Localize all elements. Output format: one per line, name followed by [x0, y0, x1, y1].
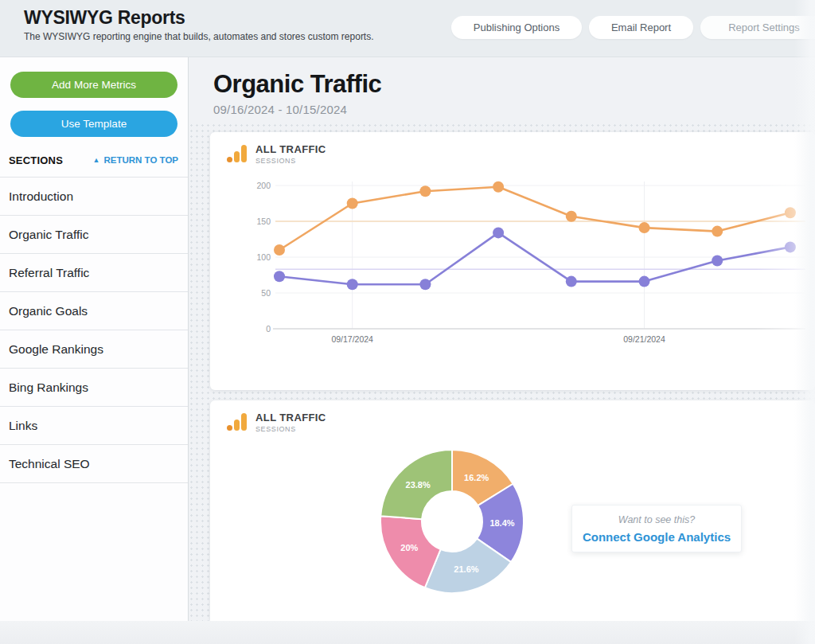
data-point[interactable]	[639, 222, 650, 233]
top-header: WYSIWYG Reports The WYSIWYG reporting en…	[0, 0, 815, 57]
data-point[interactable]	[493, 181, 504, 193]
data-point[interactable]	[566, 211, 577, 222]
sections-list: IntroductionOrganic TrafficReferral Traf…	[0, 177, 188, 483]
y-tick-label: 50	[261, 288, 271, 298]
sidebar-item-introduction[interactable]: Introduction	[0, 178, 188, 216]
x-tick-label: 09/21/2024	[623, 334, 665, 344]
analytics-bars-icon	[226, 412, 248, 433]
card2-header: ALL TRAFFIC SESSIONS	[226, 412, 326, 433]
sidebar-item-organic-traffic[interactable]: Organic Traffic	[0, 216, 188, 254]
use-template-button[interactable]: Use Template	[10, 111, 177, 137]
donut-chart-card: ALL TRAFFIC SESSIONS 16.2%18.4%21.6%20%2…	[210, 400, 815, 621]
email-report-button[interactable]: Email Report	[589, 16, 693, 39]
data-point[interactable]	[639, 276, 650, 287]
data-point[interactable]	[347, 279, 358, 290]
donut-slice-label: 16.2%	[464, 473, 489, 482]
connect-prompt: Want to see this?	[572, 514, 741, 525]
sidebar-item-technical-seo[interactable]: Technical SEO	[0, 445, 188, 483]
card1-subtitle: SESSIONS	[255, 157, 326, 165]
sessions-line-chart: 05010015020009/17/202409/21/2024	[210, 132, 815, 390]
analytics-icon-tall-bar	[241, 413, 247, 431]
sidebar-item-organic-goals[interactable]: Organic Goals	[0, 292, 188, 330]
sessions-donut-chart: 16.2%18.4%21.6%20%23.8%	[372, 442, 532, 601]
analytics-icon-dot	[227, 425, 232, 431]
y-tick-label: 0	[266, 324, 271, 334]
donut-slice-label: 18.4%	[489, 518, 514, 528]
card2-title: ALL TRAFFIC	[255, 412, 326, 423]
sidebar-item-referral-traffic[interactable]: Referral Traffic	[0, 254, 188, 292]
data-point[interactable]	[785, 241, 796, 252]
report-title-block: Organic Traffic 09/16/2024 - 10/15/2024	[213, 70, 381, 116]
x-tick-label: 09/17/2024	[331, 334, 373, 344]
line-chart-card: 05010015020009/17/202409/21/2024 ALL TRA…	[210, 132, 815, 390]
data-point[interactable]	[419, 279, 431, 290]
app-title: WYSIWYG Reports	[24, 7, 374, 29]
add-more-metrics-button[interactable]: Add More Metrics	[10, 72, 177, 98]
sections-label: SECTIONS	[9, 154, 63, 166]
analytics-bars-icon	[226, 143, 248, 165]
sidebar-item-bing-rankings[interactable]: Bing Rankings	[0, 369, 188, 407]
return-to-top-link[interactable]: ▲ RETURN TO TOP	[93, 155, 178, 165]
app-subtitle: The WYSIWYG reporting engine that builds…	[24, 31, 374, 42]
data-point[interactable]	[274, 271, 285, 282]
y-tick-label: 200	[256, 181, 271, 190]
data-point[interactable]	[419, 185, 431, 197]
connect-analytics-box: Want to see this? Connect Google Analyti…	[571, 505, 742, 552]
data-point[interactable]	[712, 226, 723, 237]
sidebar-item-google-rankings[interactable]: Google Rankings	[0, 330, 188, 369]
analytics-icon-tall-bar	[241, 145, 247, 162]
return-to-top-label: RETURN TO TOP	[104, 155, 179, 165]
y-tick-label: 100	[256, 252, 271, 262]
analytics-icon-mid-bar	[234, 420, 240, 431]
card1-title: ALL TRAFFIC	[255, 143, 326, 155]
data-point[interactable]	[566, 276, 577, 287]
donut-slice-label: 21.6%	[454, 564, 478, 574]
up-arrow-icon: ▲	[93, 157, 100, 164]
publishing-options-button[interactable]: Publishing Options	[451, 16, 582, 39]
data-point[interactable]	[347, 198, 358, 209]
card2-subtitle: SESSIONS	[255, 425, 326, 433]
data-point[interactable]	[712, 256, 723, 267]
y-tick-label: 150	[256, 217, 271, 226]
page-title: Organic Traffic	[213, 70, 381, 99]
header-buttons: Publishing OptionsEmail ReportReport Set…	[451, 16, 815, 39]
analytics-icon-mid-bar	[234, 151, 240, 162]
report-settings-button[interactable]: Report Settings	[700, 16, 815, 39]
report-date-range: 09/16/2024 - 10/15/2024	[213, 103, 381, 116]
data-point[interactable]	[493, 227, 504, 238]
line-series-0	[279, 187, 790, 250]
data-point[interactable]	[785, 207, 796, 218]
donut-slice-label: 20%	[400, 543, 418, 552]
donut-slice-label: 23.8%	[406, 480, 431, 490]
sections-header-row: SECTIONS ▲ RETURN TO TOP	[0, 154, 188, 166]
brand-block: WYSIWYG Reports The WYSIWYG reporting en…	[24, 7, 374, 42]
sidebar: Add More Metrics Use Template SECTIONS ▲…	[0, 57, 189, 621]
footer-strip	[0, 621, 815, 644]
sidebar-item-links[interactable]: Links	[0, 407, 188, 445]
connect-google-analytics-link[interactable]: Connect Google Analytics	[572, 530, 741, 544]
data-point[interactable]	[274, 244, 285, 256]
card1-header: ALL TRAFFIC SESSIONS	[226, 143, 326, 165]
analytics-icon-dot	[227, 157, 232, 162]
